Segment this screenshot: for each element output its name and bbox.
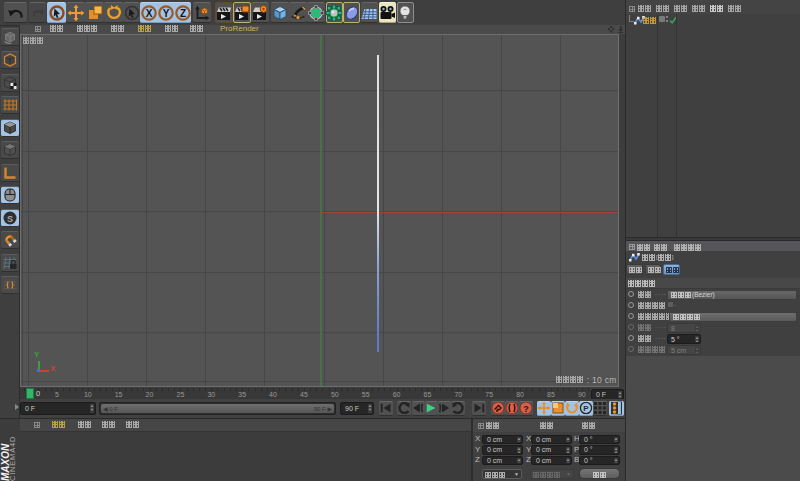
svg-text:Y: Y: [162, 7, 169, 18]
svg-text:S: S: [7, 213, 13, 223]
svg-text:X: X: [145, 7, 152, 18]
svg-text:?: ?: [523, 404, 529, 414]
svg-text:P: P: [583, 404, 589, 413]
svg-text:Z: Z: [179, 7, 185, 18]
